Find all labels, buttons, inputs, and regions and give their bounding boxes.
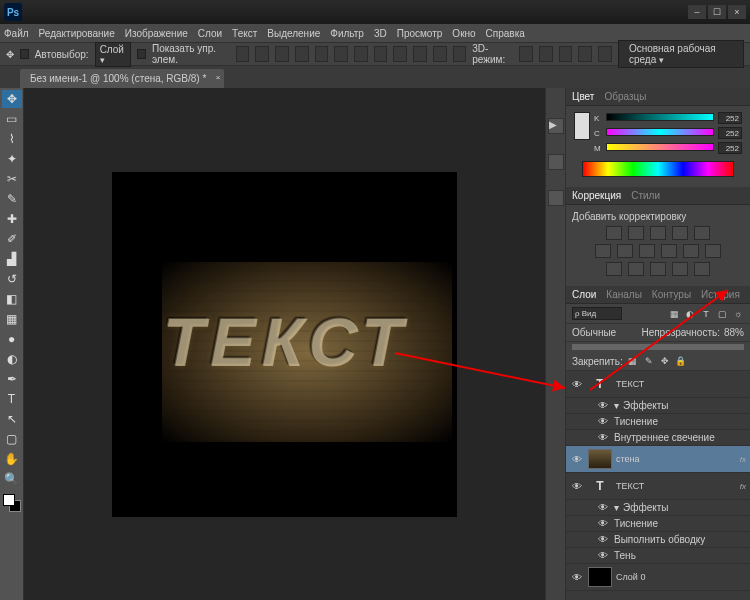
tab-styles[interactable]: Стили: [631, 190, 660, 201]
lock-position-icon[interactable]: ✎: [643, 355, 655, 367]
adj-icon[interactable]: [694, 226, 710, 240]
close-button[interactable]: ×: [728, 5, 746, 19]
hand-tool[interactable]: ✋: [2, 450, 22, 468]
layer-row[interactable]: 👁TТЕКСТ: [566, 371, 750, 398]
lock-all-icon[interactable]: ✥: [659, 355, 671, 367]
collapsed-panel-icon[interactable]: ▶: [548, 118, 564, 134]
menu-text[interactable]: Текст: [232, 28, 257, 39]
eyedropper-tool[interactable]: ✎: [2, 190, 22, 208]
adj-icon[interactable]: [606, 262, 622, 276]
distribute-icon[interactable]: [453, 46, 467, 62]
align-icon[interactable]: [275, 46, 289, 62]
move-tool[interactable]: ✥: [2, 90, 22, 108]
opacity-value[interactable]: 88%: [724, 327, 744, 338]
effects-row[interactable]: 👁▾Эффекты: [566, 398, 750, 414]
type-tool[interactable]: T: [2, 390, 22, 408]
menu-file[interactable]: Файл: [4, 28, 29, 39]
tab-layers[interactable]: Слои: [572, 289, 596, 300]
artboard[interactable]: ТЕКСТ: [112, 172, 457, 517]
adj-icon[interactable]: [672, 226, 688, 240]
brush-tool[interactable]: ✐: [2, 230, 22, 248]
adj-icon[interactable]: [650, 262, 666, 276]
menu-edit[interactable]: Редактирование: [39, 28, 115, 39]
c-value[interactable]: 252: [718, 127, 742, 139]
history-brush-tool[interactable]: ↺: [2, 270, 22, 288]
layer-row[interactable]: 👁TТЕКСТfx: [566, 473, 750, 500]
path-tool[interactable]: ↖: [2, 410, 22, 428]
filter-icon[interactable]: ▢: [716, 308, 728, 320]
k-slider[interactable]: [606, 113, 714, 123]
3d-icon[interactable]: [559, 46, 573, 62]
collapsed-panel-icon[interactable]: [548, 190, 564, 206]
distribute-icon[interactable]: [354, 46, 368, 62]
effects-row[interactable]: 👁▾Эффекты: [566, 500, 750, 516]
healing-tool[interactable]: ✚: [2, 210, 22, 228]
3d-icon[interactable]: [598, 46, 612, 62]
maximize-button[interactable]: ☐: [708, 5, 726, 19]
workspace-dropdown[interactable]: Основная рабочая среда ▾: [618, 40, 744, 68]
tab-color[interactable]: Цвет: [572, 91, 594, 102]
m-slider[interactable]: [606, 143, 714, 153]
menu-layers[interactable]: Слои: [198, 28, 222, 39]
marquee-tool[interactable]: ▭: [2, 110, 22, 128]
crop-tool[interactable]: ✂: [2, 170, 22, 188]
layer-row-selected[interactable]: 👁стенаfx: [566, 446, 750, 473]
spectrum-picker[interactable]: [582, 161, 734, 177]
menu-select[interactable]: Выделение: [267, 28, 320, 39]
filter-icon[interactable]: T: [700, 308, 712, 320]
c-slider[interactable]: [606, 128, 714, 138]
visibility-icon[interactable]: 👁: [570, 481, 584, 492]
adj-icon[interactable]: [672, 262, 688, 276]
close-tab-icon[interactable]: ×: [216, 73, 221, 82]
adj-icon[interactable]: [661, 244, 677, 258]
adj-icon[interactable]: [628, 226, 644, 240]
canvas-area[interactable]: ТЕКСТ: [24, 88, 545, 600]
effect-item[interactable]: 👁Тиснение: [566, 414, 750, 430]
lock-icon[interactable]: 🔒: [675, 355, 687, 367]
m-value[interactable]: 252: [718, 142, 742, 154]
eraser-tool[interactable]: ◧: [2, 290, 22, 308]
3d-icon[interactable]: [519, 46, 533, 62]
adj-icon[interactable]: [595, 244, 611, 258]
autoselect-checkbox[interactable]: [20, 49, 29, 59]
visibility-icon[interactable]: 👁: [570, 379, 584, 390]
tab-paths[interactable]: Контуры: [652, 289, 691, 300]
autoselect-dropdown[interactable]: Слой ▾: [95, 42, 132, 67]
lock-pixels-icon[interactable]: ▦: [627, 355, 639, 367]
gradient-tool[interactable]: ▦: [2, 310, 22, 328]
menu-3d[interactable]: 3D: [374, 28, 387, 39]
layer-filter[interactable]: [572, 307, 622, 320]
align-icon[interactable]: [334, 46, 348, 62]
blur-tool[interactable]: ●: [2, 330, 22, 348]
minimize-button[interactable]: –: [688, 5, 706, 19]
adj-icon[interactable]: [694, 262, 710, 276]
menu-view[interactable]: Просмотр: [397, 28, 443, 39]
pen-tool[interactable]: ✒: [2, 370, 22, 388]
filter-icon[interactable]: ◐: [684, 308, 696, 320]
effect-item[interactable]: 👁Тень: [566, 548, 750, 564]
distribute-icon[interactable]: [413, 46, 427, 62]
lasso-tool[interactable]: ⌇: [2, 130, 22, 148]
menu-help[interactable]: Справка: [486, 28, 525, 39]
align-icon[interactable]: [255, 46, 269, 62]
effect-item[interactable]: 👁Выполнить обводку: [566, 532, 750, 548]
showcontrols-checkbox[interactable]: [137, 49, 146, 59]
tab-swatches[interactable]: Образцы: [604, 91, 646, 102]
adj-icon[interactable]: [650, 226, 666, 240]
adj-icon[interactable]: [683, 244, 699, 258]
adj-icon[interactable]: [705, 244, 721, 258]
visibility-icon[interactable]: 👁: [570, 572, 584, 583]
adj-icon[interactable]: [628, 262, 644, 276]
effect-item[interactable]: 👁Тиснение: [566, 516, 750, 532]
stamp-tool[interactable]: ▟: [2, 250, 22, 268]
menu-image[interactable]: Изображение: [125, 28, 188, 39]
distribute-icon[interactable]: [374, 46, 388, 62]
shape-tool[interactable]: ▢: [2, 430, 22, 448]
color-swatches[interactable]: [3, 494, 21, 512]
filter-icon[interactable]: ▦: [668, 308, 680, 320]
visibility-icon[interactable]: 👁: [570, 454, 584, 465]
blend-mode-dropdown[interactable]: Обычные: [572, 327, 637, 338]
fx-badge[interactable]: fx: [740, 455, 746, 464]
align-icon[interactable]: [236, 46, 250, 62]
adj-icon[interactable]: [639, 244, 655, 258]
